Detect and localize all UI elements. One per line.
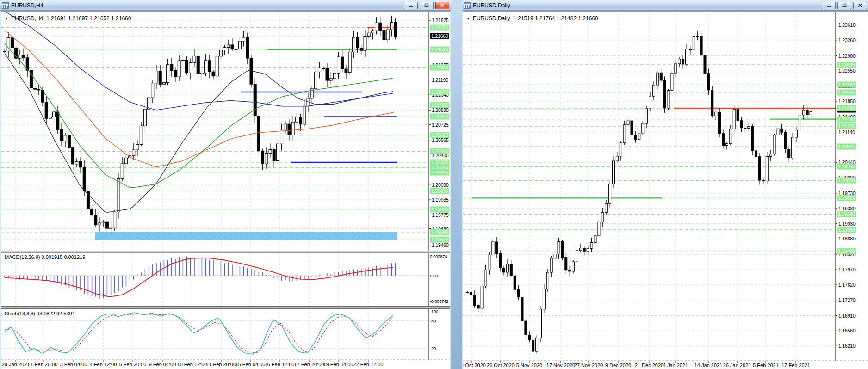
date-label[interactable]: 15 Feb 04:00 [236,362,266,367]
level-price-label: 1.21520 [430,46,449,52]
price-tick-label: 1.17970 [838,267,856,273]
level-price-label: 1.21750 [430,25,449,31]
ma-red-line[interactable] [5,31,393,167]
price-tick-label: 1.16910 [838,313,856,319]
date-label[interactable]: 5 Nov 2020 [516,363,542,368]
date-label[interactable]: 27 Nov 2020 [574,363,603,368]
level-price-label: 1.21275 [837,123,856,129]
level-price-label: 1.19245 [837,211,856,217]
macd-histogram [5,257,396,299]
level-price-label: 1.20805 [837,144,856,150]
date-label[interactable]: 14 Jan 2021 [694,363,723,368]
level-price-label: 1.19835 [430,206,449,212]
stoch-scale-20: 20 [431,346,436,351]
level-price-label: 1.20615 [430,132,449,138]
level-price-label: 1.20025 [837,178,856,184]
level-price-label: 1.22695 [837,62,856,68]
price-tick-label: 1.19935 [432,197,449,203]
support-zone-band[interactable] [95,232,397,240]
date-label[interactable]: 17 Feb 20:00 [294,362,324,367]
date-label[interactable]: 21 Dec 2020 [635,363,663,368]
window-eurusd-daily: EURUSD,Daily ▼ EURUSD,Daily 1.21519 1.21… [462,0,868,369]
minimize-button[interactable] [404,2,418,9]
date-label[interactable]: 17 Nov 2020 [546,363,575,368]
stoch-scale-80: 80 [431,318,436,323]
level-price-label: 1.21690 [837,105,856,111]
price-tick-label: 1.18680 [838,236,856,242]
ohlc-values-h4: EURUSD,H4 1.21691 1.21697 1.21652 1.2166… [11,15,131,22]
ohlc-header-daily: ▼ EURUSD,Daily 1.21519 1.21764 1.21482 1… [466,15,598,22]
collapse-arrow-icon[interactable]: ▼ [466,17,470,21]
level-price-label: 1.19515 [430,237,449,243]
macd-scale-min: -0.003742 [430,299,448,304]
date-label[interactable]: 26 Jan 2021 [723,363,751,368]
level-price-label: 1.20935 [430,102,449,108]
macd-signal-line [5,258,393,297]
level-price-label: 1.19595 [430,229,449,235]
window-title-h4: EURUSD,H4 [11,2,43,9]
candles[interactable] [3,16,397,234]
macd-pane-separator[interactable] [1,251,450,253]
restore-icon [842,3,847,7]
price-tick-label: 1.20880 [432,107,449,113]
price-tick-label: 1.19030 [838,221,856,227]
close-button[interactable] [435,2,449,9]
price-tick-label: 1.22550 [838,68,856,74]
price-tick-label: 1.20725 [432,122,449,128]
date-label[interactable]: 5 Feb 20:00 [119,362,147,367]
candles[interactable] [466,31,812,357]
ohlc-header-h4: ▼ EURUSD,H4 1.21691 1.21697 1.21652 1.21… [5,15,131,22]
titlebar-daily[interactable]: EURUSD,Daily [462,0,868,11]
macd-scale-max: 0.002874 [430,254,447,259]
date-label[interactable]: 14 Oct 2020 [463,363,486,368]
date-label[interactable]: 5 Feb 2021 [753,363,779,368]
close-icon [440,3,445,7]
date-label[interactable]: 11 Feb 20:00 [206,362,236,367]
price-tick-label: 1.17620 [838,282,856,288]
date-label[interactable]: 4 Jan 2021 [663,363,688,368]
minimize-button[interactable] [822,2,836,9]
chart-area-daily: ▼ EURUSD,Daily 1.21519 1.21764 1.21482 1… [463,11,868,369]
level-price-label: 1.20445 [430,148,449,154]
date-label[interactable]: 3 Feb 04:00 [60,362,87,367]
chart-window-icon [2,2,9,9]
price-tick-label: 1.23610 [838,22,856,28]
chart-window-icon [464,2,471,9]
stoch-label: Stoch(13,3,3) 93.0822 92.5394 [5,311,75,316]
level-price-label: 1.21440 [837,116,856,122]
level-price-label: 1.21070 [430,89,449,95]
minimize-icon [826,3,831,7]
price-tick-label: 1.23260 [838,37,856,43]
date-label[interactable]: 1 Feb 20:00 [31,362,58,367]
date-label[interactable]: 26 Oct 2020 [487,363,515,368]
macd-scale-zero: 0.00 [430,273,438,278]
date-label[interactable]: 17 Feb 2021 [781,363,810,368]
restore-button[interactable] [420,2,434,9]
restore-button[interactable] [837,2,851,9]
window-title-daily: EURUSD,Daily [473,2,510,9]
date-label[interactable]: 9 Dec 2020 [605,363,631,368]
close-button[interactable] [853,2,867,9]
price-tick-label: 1.19380 [838,205,856,211]
date-label[interactable]: 16 Feb 12:00 [265,362,295,367]
date-label[interactable]: 10 Feb 12:00 [177,362,207,367]
price-tick-label: 1.21850 [838,98,856,105]
date-label[interactable]: 22 Feb 12:00 [353,362,384,367]
level-price-label: 1.22055 [837,89,856,95]
price-tick-label: 1.21195 [432,77,448,83]
date-label[interactable]: 4 Feb 12:00 [90,362,117,367]
titlebar-h4[interactable]: EURUSD,H4 [0,0,451,11]
price-tick-label: 1.21825 [432,18,449,24]
level-price-label: 1.20345 [837,164,856,170]
date-label[interactable]: 9 Feb 04:00 [149,362,176,367]
price-tick-label: 1.16210 [838,343,856,349]
stoch-pane-separator[interactable] [1,306,450,309]
close-icon [858,3,862,7]
date-label[interactable]: 29 Jan 2021 [2,362,30,367]
minimize-icon [409,3,413,7]
daily-chart-canvas[interactable] [463,12,868,369]
price-tick-label: 1.22900 [838,53,856,59]
date-label[interactable]: 19 Feb 04:00 [323,362,353,367]
price-tick-label: 1.17270 [838,297,856,303]
collapse-arrow-icon[interactable]: ▼ [5,17,8,21]
